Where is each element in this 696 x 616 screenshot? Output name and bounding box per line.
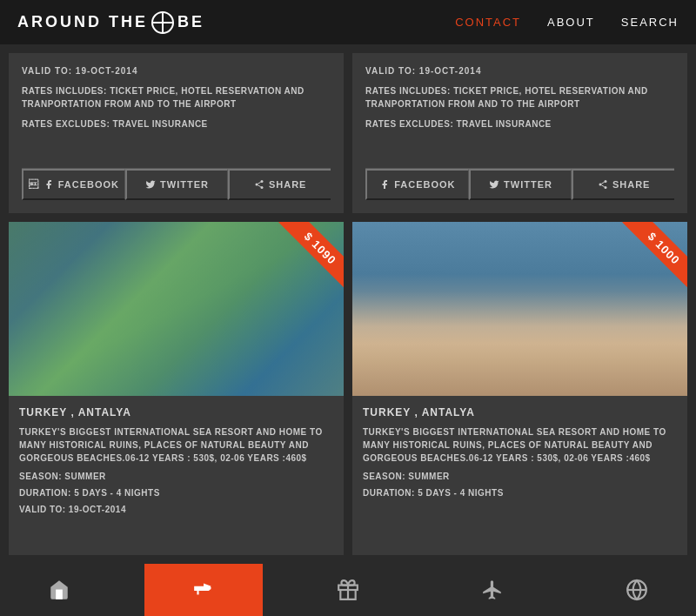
logo-text-2: BE (177, 13, 204, 31)
rates-excludes-top-right: RATES EXCLUDES: TRAVEL INSURANCE (365, 119, 674, 129)
share-label: SHARE (269, 179, 307, 190)
svg-line-9 (601, 182, 604, 184)
header: AROUND THE BE Contact About Search (0, 0, 696, 44)
logo: AROUND THE BE (17, 11, 455, 34)
share-button-top-right[interactable]: SHARE (572, 169, 674, 200)
card-desc-bottom-left: TURKEY'S BIGGEST INTERNATIONAL SEA RESOR… (19, 425, 333, 465)
gift-icon (337, 579, 359, 601)
rates-includes-top-left: RATES INCLUDES: TICKET PRICE, HOTEL RESE… (22, 84, 331, 110)
svg-line-4 (258, 182, 260, 184)
facebook-label: FACEBOOK (58, 179, 119, 190)
valid-date-top-left: VALID TO: 19-OCT-2014 (22, 66, 331, 76)
bottom-nav-promotions[interactable] (144, 564, 263, 616)
rates-includes-top-right: RATES INCLUDES: TICKET PRICE, HOTEL RESE… (365, 84, 674, 110)
svg-point-2 (260, 186, 263, 189)
card-bottom-right: $ 1000 TURKEY , ANTALYA TURKEY'S BIGGEST… (352, 222, 687, 555)
card-image-bottom-right: $ 1000 (352, 222, 687, 396)
twitter-button-top-right[interactable]: TWITTER (469, 169, 572, 200)
card-desc-bottom-right: TURKEY'S BIGGEST INTERNATIONAL SEA RESOR… (363, 425, 677, 465)
card-duration-bottom-right: DURATION: 5 DAYS - 4 NIGHTS (363, 488, 677, 498)
facebook-button-top-right[interactable]: FACEBOOK (365, 169, 469, 200)
svg-point-1 (255, 184, 258, 186)
facebook-icon:  (29, 179, 39, 190)
nav-about[interactable]: About (547, 16, 595, 29)
facebook-icon-svg (379, 179, 390, 190)
card-body-bottom-right: TURKEY , ANTALYA TURKEY'S BIGGEST INTERN… (352, 396, 687, 555)
share-icon-svg (598, 179, 608, 190)
twitter-label: TWITTER (160, 179, 209, 190)
megaphone-icon (192, 579, 215, 601)
nav-search[interactable]: Search (621, 16, 679, 29)
plane-icon (481, 579, 504, 601)
main-nav: Contact About Search (455, 16, 679, 29)
twitter-icon-svg (145, 179, 156, 190)
logo-text: AROUND THE (17, 13, 148, 31)
content-area: VALID TO: 19-OCT-2014 RATES INCLUDES: TI… (0, 44, 696, 564)
bottom-nav-gifts[interactable] (289, 564, 407, 616)
card-season-bottom-left: SEASON: SUMMER (19, 472, 333, 481)
valid-date-top-right: VALID TO: 19-OCT-2014 (365, 66, 674, 76)
svg-line-3 (258, 185, 260, 187)
bottom-nav-flights[interactable] (433, 564, 552, 616)
twitter-button-top-left[interactable]: TWITTER (125, 169, 229, 200)
globe-logo-icon (151, 11, 174, 34)
card-valid-bottom-left: VALID TO: 19-OCT-2014 (19, 505, 333, 514)
svg-rect-10 (9, 222, 344, 396)
card-duration-bottom-left: DURATION: 5 DAYS - 4 NIGHTS (19, 488, 333, 498)
svg-point-7 (604, 186, 606, 189)
svg-line-8 (601, 185, 604, 187)
svg-point-5 (604, 180, 606, 183)
svg-rect-11 (352, 222, 687, 396)
svg-point-0 (260, 180, 263, 183)
social-buttons-top-right: FACEBOOK TWITTER SHARE (365, 168, 674, 200)
facebook-label: FACEBOOK (394, 179, 455, 190)
bottom-nav-home[interactable] (0, 564, 118, 616)
card-bottom-left: $ 1090 TURKEY , ANTALYA TURKEY'S BIGGEST… (9, 222, 344, 555)
beach-svg (352, 222, 687, 396)
castle-svg (9, 222, 344, 396)
share-label: SHARE (612, 179, 651, 190)
globe-icon (626, 579, 648, 601)
facebook-button-top-left[interactable]:  FACEBOOK (22, 169, 125, 200)
nav-contact[interactable]: Contact (455, 16, 521, 29)
card-body-bottom-left: TURKEY , ANTALYA TURKEY'S BIGGEST INTERN… (9, 396, 344, 555)
card-season-bottom-right: SEASON: SUMMER (363, 472, 677, 481)
bottom-nav-globe[interactable] (578, 564, 696, 616)
twitter-icon-svg (489, 179, 499, 190)
card-title-bottom-left: TURKEY , ANTALYA (19, 406, 333, 418)
share-icon-svg (254, 179, 264, 190)
social-buttons-top-left:  FACEBOOK TWITTER SHARE (22, 168, 331, 200)
twitter-label: TWITTER (504, 179, 552, 190)
card-title-bottom-right: TURKEY , ANTALYA (363, 406, 677, 418)
svg-point-6 (599, 184, 601, 186)
facebook-icon-svg (44, 179, 54, 190)
bottom-nav (0, 564, 696, 616)
card-image-bottom-left: $ 1090 (9, 222, 344, 396)
card-top-right: VALID TO: 19-OCT-2014 RATES INCLUDES: TI… (352, 53, 687, 213)
card-top-left: VALID TO: 19-OCT-2014 RATES INCLUDES: TI… (9, 53, 344, 213)
rates-excludes-top-left: RATES EXCLUDES: TRAVEL INSURANCE (22, 119, 331, 129)
share-button-top-left[interactable]: SHARE (228, 169, 331, 200)
home-icon (48, 579, 70, 601)
